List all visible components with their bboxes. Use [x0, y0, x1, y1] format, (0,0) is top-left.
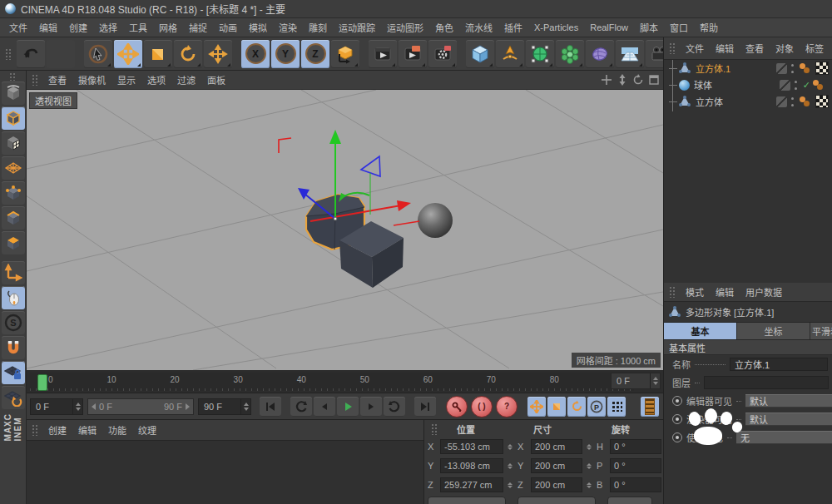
go-to-start-button[interactable]: [260, 397, 281, 417]
key-scale-toggle[interactable]: [547, 397, 566, 417]
polygons-mode-button[interactable]: [2, 231, 25, 254]
enabled-check-icon[interactable]: ✓: [803, 80, 810, 91]
position-value-field[interactable]: 259.277 cm: [440, 477, 503, 492]
coordinates-apply-button[interactable]: [607, 497, 652, 504]
object-row[interactable]: 球体 ✓: [664, 77, 832, 93]
size-stepper[interactable]: [585, 458, 592, 473]
rotation-value-field[interactable]: 0 °: [610, 439, 661, 454]
object-manager-menu-item[interactable]: 编辑: [710, 42, 740, 55]
material-menu-item[interactable]: 编辑: [72, 423, 102, 437]
menu-item[interactable]: X-Particles: [528, 22, 584, 32]
visibility-dots[interactable]: [790, 96, 796, 107]
key-pla-toggle[interactable]: [607, 397, 626, 417]
object-manager-handle[interactable]: [669, 42, 676, 54]
range-left-arrow-icon[interactable]: [92, 403, 96, 410]
previous-key-button[interactable]: [290, 397, 312, 417]
phong-tag-icon[interactable]: [800, 63, 812, 74]
axis-lock-button[interactable]: X: [241, 40, 270, 68]
viewport-menu-item[interactable]: 摄像机: [72, 73, 111, 86]
texture-mode-button[interactable]: [2, 131, 25, 155]
attribute-menu-item[interactable]: 编辑: [710, 285, 740, 299]
object-name[interactable]: 立方体: [696, 95, 776, 108]
axis-lock-button[interactable]: Z: [301, 40, 329, 68]
object-manager-menu-item[interactable]: 对象: [770, 42, 800, 55]
texture-tag-icon[interactable]: [815, 62, 829, 75]
attribute-dropdown[interactable]: 默认: [745, 413, 832, 426]
frame-counter-box[interactable]: 0 F: [611, 373, 661, 389]
position-value-field[interactable]: -13.098 cm: [440, 458, 503, 473]
attribute-menu-handle[interactable]: [669, 286, 676, 298]
add-spline-pen-button[interactable]: [496, 40, 524, 68]
coordinates-mode-button[interactable]: [428, 497, 506, 504]
scale-tool[interactable]: [144, 40, 172, 68]
position-stepper[interactable]: [506, 477, 513, 492]
size-value-field[interactable]: 200 cm: [531, 458, 582, 473]
undo-button[interactable]: [17, 40, 45, 68]
menu-item[interactable]: 创建: [63, 21, 93, 34]
palette-drag-handle[interactable]: [9, 72, 17, 81]
material-menu-item[interactable]: 功能: [102, 423, 132, 437]
menu-item[interactable]: 雕刻: [303, 21, 333, 34]
menu-item[interactable]: 模拟: [243, 21, 273, 34]
coordinates-convert-button[interactable]: [518, 497, 596, 504]
menu-item[interactable]: 脚本: [634, 21, 664, 34]
end-frame-stepper[interactable]: [240, 399, 250, 414]
viewport-menu-item[interactable]: 查看: [42, 73, 72, 86]
menu-item[interactable]: 动画: [213, 21, 243, 34]
size-stepper[interactable]: [585, 477, 592, 492]
position-stepper[interactable]: [506, 439, 513, 454]
basic-properties-section-header[interactable]: 基本属性: [664, 340, 832, 355]
add-environment-floor-button[interactable]: [616, 40, 644, 68]
keyframe-radio-icon[interactable]: [672, 414, 682, 424]
workplane-lock-button[interactable]: [2, 361, 25, 384]
object-name[interactable]: 立方体.1: [696, 62, 776, 75]
timeline-ruler[interactable]: 0102030405060708090 0 F: [27, 370, 663, 393]
menu-item[interactable]: 选择: [93, 21, 123, 34]
menu-item[interactable]: 运动跟踪: [333, 21, 381, 34]
phong-tag-icon[interactable]: [800, 96, 812, 107]
object-manager-menu-item[interactable]: 标签: [800, 42, 830, 55]
workplane-rotate-button[interactable]: [2, 386, 25, 409]
menu-item[interactable]: 工具: [123, 21, 153, 34]
current-frame-field[interactable]: 0 F: [30, 398, 83, 415]
menu-item[interactable]: 文件: [3, 21, 33, 34]
visibility-dots[interactable]: [790, 63, 796, 74]
attribute-tab[interactable]: 平滑着色(Phong): [810, 323, 832, 339]
rotate-tool[interactable]: [174, 40, 202, 68]
menu-item[interactable]: 窗口: [664, 21, 694, 34]
visibility-dots[interactable]: [793, 80, 800, 91]
last-used-tool[interactable]: [204, 40, 232, 68]
viewport-maximize-icon[interactable]: [646, 73, 661, 87]
key-rotation-toggle[interactable]: [567, 397, 586, 417]
preview-range-slider[interactable]: 0 F 90 F: [87, 398, 194, 415]
object-type-icon[interactable]: [679, 62, 691, 74]
model-mode-button[interactable]: [2, 106, 25, 130]
points-mode-button[interactable]: [2, 181, 25, 205]
workplane-mode-button[interactable]: [2, 156, 25, 180]
redo-button[interactable]: [47, 40, 75, 68]
snap-settings-button[interactable]: S: [2, 311, 25, 334]
keyframe-selection-button[interactable]: ?: [496, 396, 518, 418]
viewport-menu-item[interactable]: 显示: [111, 73, 141, 86]
rotation-value-field[interactable]: 0 °: [610, 477, 661, 492]
object-manager-menu-item[interactable]: 文件: [680, 42, 710, 55]
viewport-zoom-icon[interactable]: [615, 73, 629, 87]
layer-tag[interactable]: [776, 63, 787, 74]
layer-tag[interactable]: [780, 80, 790, 91]
next-frame-button[interactable]: [360, 397, 382, 417]
move-tool[interactable]: [114, 40, 142, 68]
menu-item[interactable]: 编辑: [33, 21, 63, 34]
position-value-field[interactable]: -55.103 cm: [440, 439, 503, 454]
object-type-icon[interactable]: [679, 80, 690, 91]
add-cube-object-button[interactable]: [466, 40, 494, 68]
render-view-button[interactable]: [369, 40, 397, 68]
timeline-film-button[interactable]: [641, 397, 659, 417]
rotation-value-field[interactable]: 0 °: [610, 458, 661, 473]
size-value-field[interactable]: 200 cm: [531, 439, 582, 454]
autokeying-button[interactable]: ( ): [471, 396, 493, 418]
phong-tag-icon[interactable]: [813, 80, 825, 91]
add-deformer-button[interactable]: [586, 40, 614, 68]
axis-lock-button[interactable]: Y: [271, 40, 300, 68]
make-editable-button[interactable]: [2, 82, 25, 105]
menu-item[interactable]: RealFlow: [584, 22, 634, 32]
